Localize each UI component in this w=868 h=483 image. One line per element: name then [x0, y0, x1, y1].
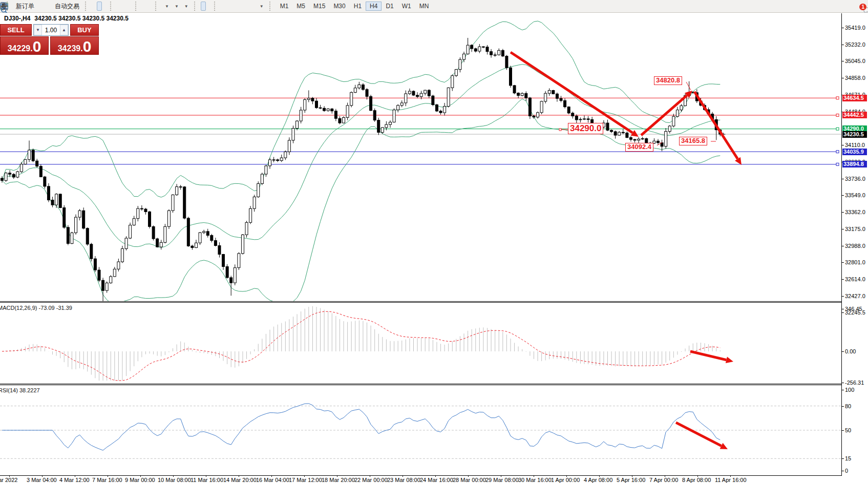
main-chart[interactable]	[0, 13, 841, 301]
time-axis-tick	[435, 475, 436, 477]
rsi-panel[interactable]	[0, 385, 841, 475]
price-tick	[841, 145, 844, 145]
sell-price[interactable]: 34229.0	[0, 36, 49, 55]
macd-panel[interactable]	[0, 303, 841, 383]
time-axis-label: 4 Apr 08:00	[584, 477, 612, 483]
channel-button[interactable]: E	[236, 2, 241, 11]
time-axis-tick	[501, 475, 501, 477]
candlestick-chart-button[interactable]	[97, 2, 102, 11]
cursor-button[interactable]	[201, 2, 206, 11]
tile-windows-button[interactable]	[127, 2, 132, 11]
time-axis-border	[0, 475, 868, 476]
add-indicator-button[interactable]: ▼	[162, 2, 172, 11]
volume-up-button[interactable]: ▲	[60, 25, 68, 35]
time-axis-tick	[304, 475, 305, 477]
price-tick-label: 33736.0	[845, 176, 865, 182]
volume-input[interactable]: 1.00	[42, 25, 60, 35]
buy-price[interactable]: 34239.0	[50, 36, 99, 55]
price-annotation: 34820.8	[654, 76, 682, 85]
time-axis-label: 24 Mar 16:00	[420, 477, 453, 483]
rsi-tick-label: 80	[845, 403, 851, 409]
price-tick	[841, 229, 844, 229]
time-axis-label: 3 Mar 04:00	[27, 477, 57, 483]
notification-badge: 1	[859, 4, 866, 10]
timeframe-group: M1M5M15M30H1H4D1W1MN	[274, 0, 435, 12]
chart-window[interactable]: DJ30-,H434230.5 34230.5 34230.5 34230.5 …	[0, 13, 868, 483]
fibonacci-button[interactable]: F	[241, 2, 246, 11]
tab-timeframe-mn[interactable]: MN	[415, 2, 433, 11]
buy-price-int: 34239.	[58, 44, 83, 54]
volume-down-button[interactable]: ▼	[34, 25, 42, 35]
rsi-tick-label: 15	[845, 455, 851, 461]
price-axis-badge: 34035.9	[842, 149, 867, 155]
price-tick-label: 35232.0	[845, 41, 865, 48]
time-axis-tick	[468, 475, 469, 477]
price-tick-label: 34858.0	[845, 75, 865, 81]
time-axis-tick	[108, 475, 108, 477]
zoom-in-button[interactable]	[117, 2, 122, 11]
tab-timeframe-d1[interactable]: D1	[382, 2, 397, 11]
price-axis-badge: 33894.8	[842, 161, 867, 167]
time-axis-tick	[370, 475, 370, 477]
dropdown-arrow-icon: ▼	[260, 4, 264, 9]
price-tick-label: 35045.0	[845, 58, 865, 64]
time-axis-tick	[534, 475, 534, 477]
rsi-label: RSI(14) 38.2227	[0, 387, 40, 393]
text-label-button[interactable]: T	[251, 2, 257, 11]
tab-timeframe-h1[interactable]: H1	[350, 2, 366, 11]
buy-button[interactable]: BUY	[70, 24, 99, 36]
time-axis-tick	[206, 475, 206, 477]
time-axis-label: 5 Apr 16:00	[617, 477, 645, 483]
auto-scroll-button[interactable]	[142, 2, 147, 11]
line-chart-button[interactable]	[102, 2, 107, 11]
time-axis-label: 16 Mar 04:00	[256, 477, 289, 483]
zoom-out-button[interactable]	[122, 2, 127, 11]
macd-tick	[841, 383, 844, 383]
price-tick	[841, 61, 844, 61]
price-tick	[841, 262, 844, 263]
panel-separator[interactable]	[0, 385, 868, 385]
vertical-line-button[interactable]	[221, 2, 226, 11]
price-tick	[841, 78, 844, 78]
sell-button[interactable]: SELL	[0, 24, 32, 36]
templates-button[interactable]: ▼	[181, 2, 191, 11]
tab-timeframe-w1[interactable]: W1	[398, 2, 415, 11]
gold-tool-button[interactable]	[37, 2, 42, 11]
time-axis-label: 8 Apr 08:00	[682, 477, 711, 483]
community-button[interactable]	[42, 2, 47, 11]
price-axis-badge: 34230.5	[842, 131, 867, 138]
tab-timeframe-m5[interactable]: M5	[292, 2, 309, 11]
trendline-button[interactable]	[231, 2, 236, 11]
tab-timeframe-m30[interactable]: M30	[329, 2, 349, 11]
rsi-tick	[841, 458, 844, 459]
periods-button[interactable]: ▼	[172, 2, 181, 11]
new-order-label: 新订单	[16, 2, 34, 11]
chart-shift-button[interactable]	[147, 2, 152, 11]
autotrading-button[interactable]: 自动交易	[52, 2, 82, 11]
time-axis-tick	[665, 475, 665, 477]
time-axis-label: 14 Mar 20:00	[223, 477, 257, 483]
sell-price-int: 34229.	[8, 44, 33, 54]
time-axis-tick	[599, 475, 600, 477]
new-order-button[interactable]: 新订单	[13, 2, 37, 11]
time-axis-label: 4 Mar 12:00	[59, 477, 90, 483]
time-axis-tick	[403, 475, 403, 477]
time-axis-label: 11 Mar 16:00	[190, 477, 223, 483]
shapes-button[interactable]: ▼	[257, 2, 266, 11]
signals-button[interactable]	[47, 2, 52, 11]
tab-timeframe-m15[interactable]: M15	[309, 2, 329, 11]
price-tick-label: 33175.0	[845, 226, 865, 232]
text-button[interactable]: A	[246, 2, 251, 11]
bar-chart-button[interactable]	[92, 2, 97, 11]
horizontal-line-button[interactable]	[226, 2, 231, 11]
price-annotation: 34290.0	[568, 123, 603, 134]
panel-separator[interactable]	[0, 384, 868, 384]
panel-separator[interactable]	[0, 301, 868, 302]
tab-timeframe-m1[interactable]: M1	[276, 2, 293, 11]
price-tick-label: 34110.0	[845, 142, 865, 148]
time-axis-label: 22 Mar 00:00	[354, 477, 388, 483]
price-tick	[841, 179, 844, 179]
tab-timeframe-h4[interactable]: H4	[366, 2, 382, 11]
crosshair-button[interactable]	[206, 2, 211, 11]
panel-separator[interactable]	[0, 302, 868, 303]
